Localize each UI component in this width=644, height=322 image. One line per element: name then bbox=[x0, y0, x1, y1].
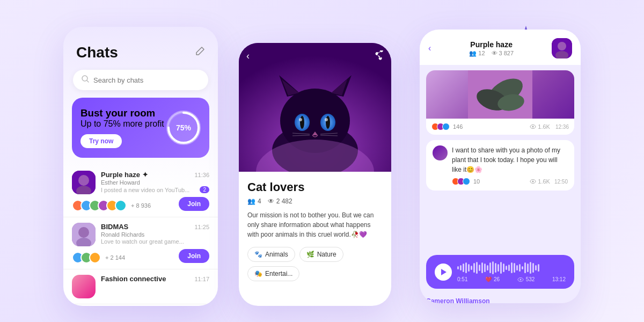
member-avatars: + 2 144 bbox=[72, 252, 125, 264]
tag-entertainment[interactable]: 🎭 Entertai... bbox=[247, 266, 299, 281]
chat-item-purple-haze: Purple haze ✦ 11:36 Esther Howard I post… bbox=[63, 165, 218, 217]
chat-time: 11:17 bbox=[194, 276, 209, 282]
chat-name: Fashion connective bbox=[101, 275, 166, 283]
tag-animals[interactable]: 🐾 Animals bbox=[247, 247, 295, 262]
back-button[interactable]: ‹ bbox=[428, 43, 431, 53]
search-bar[interactable] bbox=[73, 70, 208, 90]
svg-line-1 bbox=[87, 80, 89, 82]
wave-bar bbox=[522, 266, 523, 269]
wave-bar bbox=[479, 265, 480, 271]
wave-bar bbox=[514, 263, 515, 273]
bubble-views: 1.6K bbox=[530, 178, 550, 185]
wave-bar bbox=[527, 264, 529, 272]
tag-list: 🐾 Animals 🌿 Nature 🎭 Entertai... bbox=[247, 247, 383, 281]
audio-duration: 0:51 bbox=[457, 276, 467, 282]
promo-text: Bust your room Up to 75% more profit Try… bbox=[80, 107, 164, 148]
wave-bar bbox=[503, 264, 504, 272]
cat-illustration bbox=[239, 43, 391, 172]
join-button-bidmas[interactable]: Join bbox=[179, 249, 209, 263]
reactions: 146 bbox=[431, 123, 463, 130]
reaction-count: 146 bbox=[453, 123, 463, 130]
wave-bar bbox=[465, 262, 467, 273]
sender-name: Cameron Williamson bbox=[420, 294, 581, 303]
bubble-footer: 10 1.6K 12:50 bbox=[452, 178, 568, 185]
post-footer: 146 1.6K 12:36 bbox=[426, 119, 574, 135]
wave-bar bbox=[511, 262, 513, 273]
unread-badge: 2 bbox=[200, 186, 209, 193]
svg-point-20 bbox=[326, 116, 330, 129]
search-input[interactable] bbox=[93, 76, 200, 84]
wave-bar bbox=[471, 266, 472, 270]
promo-heading: Bust your room bbox=[80, 107, 164, 119]
svg-point-38 bbox=[532, 126, 534, 128]
wave-bar bbox=[516, 265, 518, 270]
back-button[interactable]: ‹ bbox=[246, 50, 250, 62]
left-phone-header: Chats bbox=[63, 27, 218, 65]
tag-nature[interactable]: 🌿 Nature bbox=[299, 247, 343, 262]
svg-point-42 bbox=[519, 279, 521, 280]
chat-sub: Ronald Richards bbox=[101, 231, 209, 238]
wave-bar bbox=[532, 263, 534, 273]
group-stats: 👥 4 👁 2 482 bbox=[247, 197, 383, 205]
chat-item-fashion: Fashion connective 11:17 bbox=[63, 269, 218, 304]
avatar-bidmas bbox=[72, 223, 96, 246]
group-title: Cat lovers bbox=[247, 180, 383, 194]
audio-reaction-count: 26 bbox=[494, 276, 500, 282]
audio-message: 0:51 ❤️ 26 532 13:12 bbox=[426, 255, 574, 289]
group-title-block: Purple haze 👥 12 👁 3 827 bbox=[436, 40, 546, 57]
svg-point-8 bbox=[78, 227, 89, 238]
audio-reactions: ❤️ 26 bbox=[485, 276, 500, 282]
chat-info-fashion: Fashion connective 11:17 bbox=[101, 275, 209, 283]
wave-bar bbox=[487, 265, 488, 270]
bubble-content: I want to share with you a photo of my p… bbox=[452, 145, 568, 185]
play-button[interactable] bbox=[435, 264, 452, 281]
wave-bar bbox=[508, 265, 510, 271]
svg-point-40 bbox=[532, 181, 534, 182]
bubble-reactions: 10 bbox=[452, 178, 480, 185]
wave-bar bbox=[489, 262, 491, 273]
group-avatar bbox=[552, 38, 572, 58]
svg-point-22 bbox=[325, 118, 328, 121]
page-title: Chats bbox=[76, 44, 118, 61]
wave-bar bbox=[524, 262, 526, 273]
edit-icon[interactable] bbox=[194, 46, 205, 59]
chat-name: Purple haze ✦ bbox=[101, 171, 148, 179]
text-bubble: I want to share with you a photo of my p… bbox=[426, 140, 574, 191]
share-button[interactable] bbox=[375, 50, 384, 62]
post-time: 12:36 bbox=[555, 124, 569, 130]
audio-time: 13:12 bbox=[552, 276, 566, 282]
avatar-fashion bbox=[72, 275, 96, 298]
wave-bar bbox=[495, 263, 496, 273]
chat-info-bidmas: BIDMAS 11:25 Ronald Richards Love to wat… bbox=[101, 223, 209, 245]
svg-point-21 bbox=[299, 118, 302, 121]
members-stat: 👥 4 bbox=[247, 197, 261, 205]
search-icon bbox=[82, 75, 89, 85]
svg-rect-36 bbox=[468, 70, 532, 119]
post-image bbox=[426, 70, 574, 119]
wave-bar bbox=[500, 262, 502, 274]
svg-point-5 bbox=[78, 175, 89, 186]
chat-item-bidmas: BIDMAS 11:25 Ronald Richards Love to wat… bbox=[63, 217, 218, 269]
chat-msg: I posted a new video on YouTub... 2 bbox=[101, 186, 209, 193]
wave-bar bbox=[476, 262, 478, 274]
member-avatars: + 8 936 bbox=[72, 200, 151, 211]
chat-time: 11:25 bbox=[194, 224, 209, 230]
mini-avatar bbox=[89, 252, 101, 264]
message-list: 146 1.6K 12:36 I want to share with you … bbox=[420, 65, 581, 255]
wave-bar bbox=[535, 265, 537, 270]
play-icon bbox=[441, 269, 447, 275]
wave-bar bbox=[463, 264, 464, 272]
wave-bar bbox=[530, 262, 531, 274]
join-button-purple-haze[interactable]: Join bbox=[179, 197, 209, 211]
avatar-purple-haze bbox=[72, 171, 96, 194]
wave-bar bbox=[473, 263, 475, 273]
bubble-avatar bbox=[433, 145, 448, 160]
wave-bar bbox=[538, 264, 539, 272]
wave-bar bbox=[481, 262, 483, 273]
chat-time: 11:36 bbox=[194, 172, 209, 178]
try-now-button[interactable]: Try now bbox=[80, 134, 122, 148]
wave-bar bbox=[492, 261, 494, 274]
bubble-reaction-count: 10 bbox=[473, 178, 480, 185]
wave-bar bbox=[460, 265, 462, 270]
left-phone: Chats Bust your room Up to 75% more prof… bbox=[63, 27, 218, 306]
